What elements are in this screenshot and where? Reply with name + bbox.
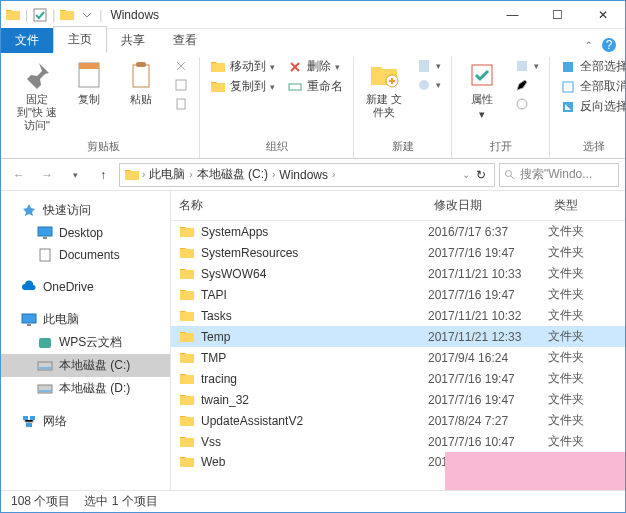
rename-button[interactable]: 重命名 (283, 77, 347, 96)
folder-icon (179, 371, 195, 387)
refresh-button[interactable]: ↻ (476, 168, 486, 182)
easy-access-button[interactable]: ▾ (412, 76, 445, 94)
file-date: 2017/11/21 12:33 (428, 330, 548, 344)
file-row[interactable]: SystemResources2017/7/16 19:47文件夹 (171, 242, 625, 263)
forward-button[interactable]: → (35, 163, 59, 187)
nav-disk-c[interactable]: 本地磁盘 (C:) (1, 354, 170, 377)
nav-documents[interactable]: Documents (1, 244, 170, 266)
back-button[interactable]: ← (7, 163, 31, 187)
search-input[interactable]: 搜索"Windo... (499, 163, 619, 187)
svg-rect-19 (289, 84, 301, 90)
group-organize-label: 组织 (266, 137, 288, 158)
close-button[interactable]: ✕ (580, 1, 625, 29)
selected-count: 选中 1 个项目 (84, 493, 157, 510)
file-row[interactable]: Temp2017/11/21 12:33文件夹 (171, 326, 625, 347)
move-to-button[interactable]: 移动到 ▾ (206, 57, 279, 76)
nav-disk-d[interactable]: 本地磁盘 (D:) (1, 377, 170, 400)
paste-shortcut-button[interactable] (169, 95, 193, 113)
tab-share[interactable]: 共享 (107, 27, 159, 53)
nav-desktop[interactable]: Desktop (1, 222, 170, 244)
svg-point-25 (506, 170, 512, 176)
file-list[interactable]: SystemApps2016/7/17 6:37文件夹SystemResourc… (171, 221, 625, 491)
recent-dropdown[interactable]: ▾ (63, 163, 87, 187)
file-name: SystemResources (201, 246, 298, 260)
copy-button[interactable]: 复制 (65, 57, 113, 108)
svg-rect-27 (39, 338, 51, 348)
file-row[interactable]: UpdateAssistantV22017/8/24 7:27文件夹 (171, 410, 625, 431)
up-button[interactable]: ↑ (91, 163, 115, 187)
select-all-button[interactable]: 全部选择 (556, 57, 626, 76)
folder-icon (179, 350, 195, 366)
file-type: 文件夹 (548, 265, 617, 282)
maximize-button[interactable]: ☐ (535, 1, 580, 29)
nav-pane: 快速访问 Desktop Documents OneDrive 此电脑 WPS云… (1, 191, 171, 491)
edit-button[interactable] (510, 76, 543, 94)
new-item-button[interactable]: ▾ (412, 57, 445, 75)
svg-rect-18 (177, 99, 185, 109)
file-row[interactable]: SystemApps2016/7/17 6:37文件夹 (171, 221, 625, 242)
file-type: 文件夹 (548, 244, 617, 261)
nav-network[interactable]: 网络 (1, 410, 170, 433)
file-date: 2017/11/21 10:32 (428, 309, 548, 323)
folder-icon (59, 7, 75, 23)
svg-point-21 (419, 80, 429, 90)
folder-icon (179, 329, 195, 345)
file-type: 文件夹 (548, 286, 617, 303)
tab-file[interactable]: 文件 (1, 28, 53, 53)
minimize-button[interactable]: — (490, 1, 535, 29)
tab-home[interactable]: 主页 (53, 26, 107, 53)
paste-button[interactable]: 粘贴 (117, 57, 165, 108)
help-icon[interactable]: ? (601, 37, 617, 53)
file-date: 2017/7/16 10:47 (428, 435, 548, 449)
file-row[interactable]: tracing2017/7/16 19:47文件夹 (171, 368, 625, 389)
new-folder-button[interactable]: 新建 文件夹 (360, 57, 408, 121)
file-name: SystemApps (201, 225, 268, 239)
tab-view[interactable]: 查看 (159, 27, 211, 53)
window-title: Windows (102, 8, 159, 22)
file-row[interactable]: Vss2017/7/16 10:47文件夹 (171, 431, 625, 452)
group-open-label: 打开 (490, 137, 512, 158)
crumb-windows[interactable]: Windows (275, 168, 332, 182)
nav-quick-access[interactable]: 快速访问 (1, 199, 170, 222)
group-new-label: 新建 (392, 137, 414, 158)
ribbon-tabs: 文件 主页 共享 查看 ⌃ ? (1, 29, 625, 53)
file-name: SysWOW64 (201, 267, 266, 281)
file-type: 文件夹 (548, 349, 617, 366)
invert-select-button[interactable]: 反向选择 (556, 97, 626, 116)
nav-this-pc[interactable]: 此电脑 (1, 308, 170, 331)
breadcrumb[interactable]: › 此电脑› 本地磁盘 (C:)› Windows› ⌄ ↻ (119, 163, 495, 187)
svg-rect-26 (40, 249, 50, 261)
pin-button[interactable]: 固定到"快 速访问" (13, 57, 61, 135)
collapse-ribbon-icon[interactable]: ⌃ (585, 40, 593, 50)
crumb-c[interactable]: 本地磁盘 (C:) (193, 166, 272, 183)
copy-to-button[interactable]: 复制到 ▾ (206, 77, 279, 96)
crumb-pc[interactable]: 此电脑 (145, 166, 189, 183)
history-button[interactable] (510, 95, 543, 113)
qat-icon[interactable] (32, 7, 48, 23)
open-button[interactable]: ▾ (510, 57, 543, 75)
cut-button[interactable] (169, 57, 193, 75)
file-row[interactable]: TMP2017/9/4 16:24文件夹 (171, 347, 625, 368)
file-date: 2017/7/16 19:47 (428, 288, 548, 302)
folder-icon (5, 7, 21, 23)
file-row[interactable]: TAPI2017/7/16 19:47文件夹 (171, 284, 625, 305)
qat-dropdown-icon[interactable] (79, 7, 95, 23)
column-headers[interactable]: 名称 修改日期 类型 (171, 191, 625, 221)
delete-button[interactable]: 删除 ▾ (283, 57, 347, 76)
svg-rect-17 (176, 80, 186, 90)
file-date: 2017/9/4 16:24 (428, 351, 548, 365)
col-type[interactable]: 类型 (554, 197, 617, 214)
col-date[interactable]: 修改日期 (434, 197, 554, 214)
file-date: 2017/7/16 19:47 (428, 393, 548, 407)
col-name[interactable]: 名称 (179, 197, 434, 214)
copy-path-button[interactable] (169, 76, 193, 94)
file-row[interactable]: Tasks2017/11/21 10:32文件夹 (171, 305, 625, 326)
select-none-button[interactable]: 全部取消 (556, 77, 626, 96)
properties-button[interactable]: 属性▾ (458, 57, 506, 123)
file-row[interactable]: SysWOW642017/11/21 10:33文件夹 (171, 263, 625, 284)
nav-onedrive[interactable]: OneDrive (1, 276, 170, 298)
history-dropdown-icon[interactable]: ⌄ (462, 169, 470, 180)
file-row[interactable]: twain_322017/7/16 19:47文件夹 (171, 389, 625, 410)
nav-wps[interactable]: WPS云文档 (1, 331, 170, 354)
folder-icon (179, 392, 195, 408)
